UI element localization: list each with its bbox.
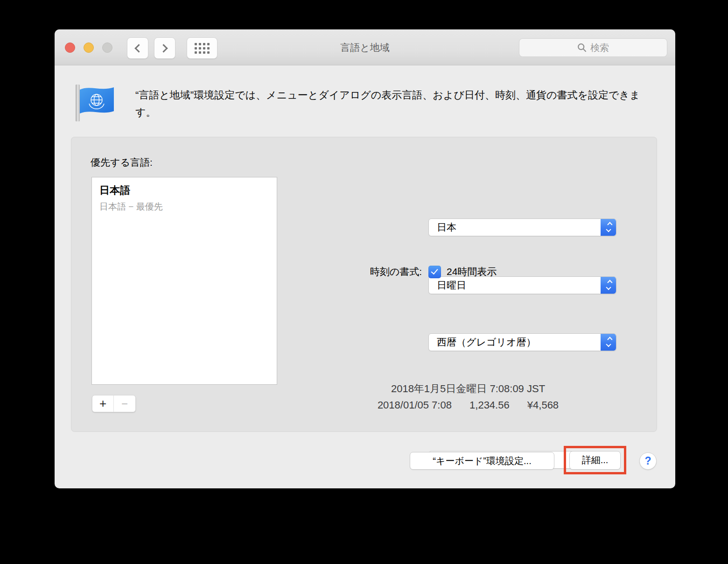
show-all-preferences-button[interactable] <box>187 37 217 59</box>
add-remove-control: + − <box>92 395 136 412</box>
region-select[interactable]: 日本 <box>428 219 616 236</box>
annotation-highlight-box: 詳細... <box>564 446 626 474</box>
stepper-icon <box>601 333 616 351</box>
time-format-row: 24時間表示 <box>428 265 497 278</box>
language-region-window: 言語と地域 検索 <box>55 29 675 488</box>
week-start-value: 日曜日 <box>429 279 601 292</box>
preference-description: “言語と地域”環境設定では、メニューとダイアログの表示言語、および日付、時刻、通… <box>135 86 652 121</box>
remove-language-button[interactable]: − <box>114 395 135 412</box>
full-date-preview: 2018年1月5日金曜日 7:08:09 JST <box>351 382 585 396</box>
language-detail: 日本語 − 最優先 <box>99 201 269 213</box>
language-name: 日本語 <box>99 183 269 197</box>
grid-icon <box>195 43 210 54</box>
stepper-icon <box>601 276 616 294</box>
short-format-preview: 2018/01/05 7:08 1,234.56 ¥4,568 <box>351 399 585 411</box>
search-icon <box>577 43 587 52</box>
settings-panel: 優先する言語: 日本語 日本語 − 最優先 + − 地域: 日本 週の始まりの曜… <box>71 137 657 432</box>
list-item-japanese[interactable]: 日本語 日本語 − 最優先 <box>92 177 277 219</box>
currency-preview: ¥4,568 <box>527 399 559 411</box>
format-preview: 2018年1月5日金曜日 7:08:09 JST 2018/01/05 7:08… <box>351 382 585 411</box>
stepper-icon <box>601 219 616 236</box>
calendar-value: 西暦（グレゴリオ暦） <box>429 336 601 349</box>
advanced-button[interactable]: 詳細... <box>569 451 621 470</box>
24hour-label: 24時間表示 <box>447 265 497 278</box>
short-date-preview: 2018/01/05 7:08 <box>378 399 452 411</box>
search-placeholder: 検索 <box>590 42 609 54</box>
preferred-languages-label: 優先する言語: <box>91 156 153 169</box>
un-flag-icon <box>75 83 115 122</box>
preferred-languages-list[interactable]: 日本語 日本語 − 最優先 <box>91 177 277 385</box>
window-controls <box>65 42 112 53</box>
region-value: 日本 <box>429 221 601 234</box>
chevron-left-icon <box>134 44 143 52</box>
24hour-checkbox[interactable] <box>428 266 441 278</box>
help-button[interactable]: ? <box>639 452 657 470</box>
number-preview: 1,234.56 <box>469 399 510 411</box>
search-input[interactable]: 検索 <box>519 38 667 57</box>
chevron-right-icon <box>159 44 168 52</box>
zoom-window-button <box>102 42 112 53</box>
keyboard-preferences-button[interactable]: “キーボード”環境設定... <box>410 452 554 470</box>
week-start-select[interactable]: 日曜日 <box>428 276 616 294</box>
time-format-label: 時刻の書式: <box>226 265 422 278</box>
minimize-window-button[interactable] <box>84 42 94 53</box>
close-window-button[interactable] <box>65 42 75 53</box>
forward-button[interactable] <box>154 37 175 59</box>
add-language-button[interactable]: + <box>92 395 114 412</box>
back-button[interactable] <box>127 37 148 59</box>
titlebar: 言語と地域 検索 <box>55 29 675 65</box>
calendar-select[interactable]: 西暦（グレゴリオ暦） <box>428 333 616 351</box>
checkmark-icon <box>431 267 438 275</box>
